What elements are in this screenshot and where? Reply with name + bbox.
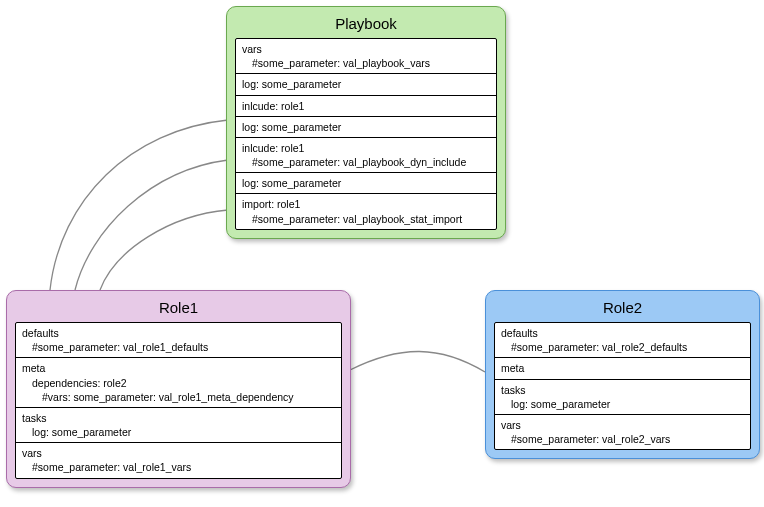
playbook-cell: vars #some_parameter: val_playbook_vars bbox=[236, 39, 496, 74]
role2-title: Role2 bbox=[494, 299, 751, 316]
playbook-cell: import: role1 #some_parameter: val_playb… bbox=[236, 194, 496, 228]
playbook-cell: log: some_parameter bbox=[236, 74, 496, 95]
playbook-title: Playbook bbox=[235, 15, 497, 32]
playbook-cell: inlcude: role1 #some_parameter: val_play… bbox=[236, 138, 496, 173]
role2-cell: defaults #some_parameter: val_role2_defa… bbox=[495, 323, 750, 358]
role1-box: Role1 defaults #some_parameter: val_role… bbox=[6, 290, 351, 488]
role1-cell: vars #some_parameter: val_role1_vars bbox=[16, 443, 341, 477]
role2-cell: meta bbox=[495, 358, 750, 379]
role2-cell: vars #some_parameter: val_role2_vars bbox=[495, 415, 750, 449]
role2-inner: defaults #some_parameter: val_role2_defa… bbox=[494, 322, 751, 450]
role1-cell: tasks log: some_parameter bbox=[16, 408, 341, 443]
playbook-inner: vars #some_parameter: val_playbook_vars … bbox=[235, 38, 497, 230]
playbook-cell: log: some_parameter bbox=[236, 173, 496, 194]
playbook-cell: inlcude: role1 bbox=[236, 96, 496, 117]
playbook-cell: log: some_parameter bbox=[236, 117, 496, 138]
playbook-box: Playbook vars #some_parameter: val_playb… bbox=[226, 6, 506, 239]
role1-cell: meta dependencies: role2 #vars: some_par… bbox=[16, 358, 341, 408]
role2-cell: tasks log: some_parameter bbox=[495, 380, 750, 415]
role1-inner: defaults #some_parameter: val_role1_defa… bbox=[15, 322, 342, 479]
role1-cell: defaults #some_parameter: val_role1_defa… bbox=[16, 323, 341, 358]
role1-title: Role1 bbox=[15, 299, 342, 316]
role2-box: Role2 defaults #some_parameter: val_role… bbox=[485, 290, 760, 459]
